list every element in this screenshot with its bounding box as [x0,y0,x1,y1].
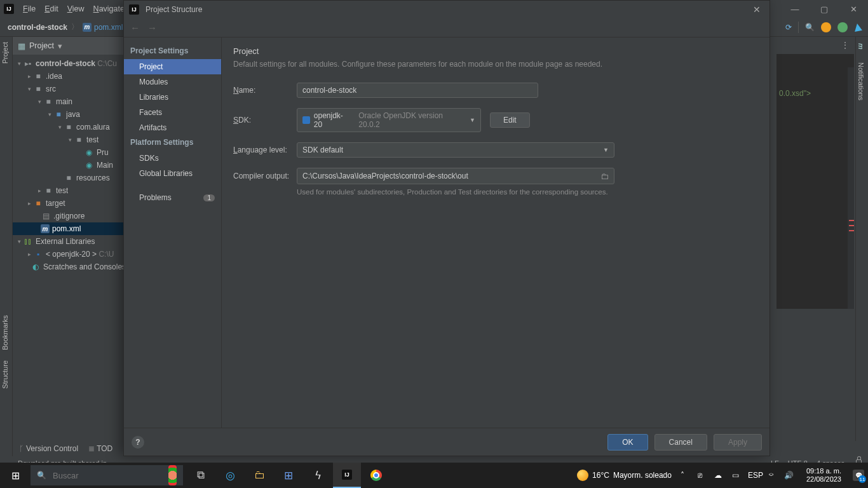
git-update-icon[interactable]: ⟳ [785,23,792,32]
action-center-icon[interactable]: 💬 [853,470,864,481]
sdk-edit-button[interactable]: Edit [490,112,530,128]
tree-scratches[interactable]: Scratches and Consoles [43,262,126,271]
tray-volume-icon[interactable]: 🔊 [783,471,795,480]
taskbar-chrome-icon[interactable] [362,463,390,488]
breadcrumb-file[interactable]: mpom.xml [83,23,123,32]
language-level-dropdown[interactable]: SDK default ▼ [297,142,614,158]
search-icon[interactable]: 🔍 [805,23,815,32]
toolwindow-bookmarks-tab[interactable]: Bookmarks [0,310,10,355]
weather-temp: 16°C [592,471,609,480]
tray-meet-icon[interactable]: ⎚ [695,471,706,480]
window-maximize-icon[interactable]: ▢ [810,0,839,18]
tree-class-pru[interactable]: Pru [97,148,109,157]
taskbar-app-icon[interactable]: ϟ [304,463,332,488]
sidebar-item-project[interactable]: Project [124,59,221,74]
sidebar-item-facets[interactable]: Facets [124,105,221,120]
dialog-titlebar[interactable]: IJ Project Structure ✕ [124,1,770,18]
toolwindow-notifications-tab[interactable]: Notifications [856,56,866,107]
sidebar-item-sdks[interactable]: SDKs [124,151,221,166]
tree-target[interactable]: target [46,199,65,208]
tree-gitignore[interactable]: .gitignore [53,212,85,220]
menu-view[interactable]: View [67,4,85,13]
toolwindow-todo-tab[interactable]: ≣ TOD [88,444,112,453]
tree-idea[interactable]: .idea [46,72,62,81]
editor-scrollbar[interactable] [848,67,854,309]
editor-tabs-strip: ⋮ [776,37,854,55]
ide-services-icon[interactable] [821,22,831,32]
tray-wifi-icon[interactable]: ⌔ [766,471,777,480]
nav-forward-icon[interactable]: → [147,22,157,33]
project-structure-dialog: IJ Project Structure ✕ ← → Project Setti… [123,0,770,456]
cancel-button[interactable]: Cancel [654,434,707,451]
run-target-icon[interactable] [853,23,862,32]
start-button[interactable]: ⊞ [0,463,31,488]
sidebar-item-global-libraries[interactable]: Global Libraries [124,166,221,181]
system-tray: ˄ ⎚ ☁ ▭ ESP ⌔ 🔊 09:18 a. m. 22/08/2023 💬 [677,467,868,483]
project-name-input[interactable] [297,83,538,98]
tray-onedrive-icon[interactable]: ☁ [712,471,724,480]
weather-text: Mayorm. soleado [613,471,672,480]
code-with-me-icon[interactable] [837,22,848,32]
tray-lang-icon[interactable]: ESP [748,471,759,480]
editor-area[interactable]: 0.0.xsd"> [776,55,854,309]
dialog-footer: ? OK Cancel Apply [124,428,770,456]
menu-edit[interactable]: Edit [44,4,58,13]
sidebar-item-artifacts[interactable]: Artifacts [124,120,221,135]
left-tool-stripe: Project Bookmarks Structure [0,37,13,456]
chevron-down-icon: ▼ [603,147,609,153]
taskbar-store-icon[interactable]: ⊞ [275,463,302,488]
project-view-icon: ▦ [18,41,25,51]
task-view-icon[interactable]: ⧉ [187,463,215,488]
ok-button[interactable]: OK [607,434,648,451]
tree-main[interactable]: main [56,97,72,106]
taskbar-weather[interactable]: 16°C Mayorm. soleado [577,470,677,481]
tree-root[interactable]: control-de-stock [36,59,95,68]
nav-back-icon[interactable]: ← [130,22,140,33]
tree-class-main[interactable]: Main [97,161,113,170]
taskbar-intellij-icon[interactable]: IJ [333,463,361,488]
menu-navigate[interactable]: Navigate [93,4,125,13]
tray-chevron-icon[interactable]: ˄ [677,471,688,480]
taskbar-search-input[interactable] [53,471,159,480]
editor-actions-icon[interactable]: ⋮ [836,37,854,53]
tree-srctest[interactable]: test [56,186,68,195]
dialog-close-icon[interactable]: ✕ [749,4,764,15]
chevron-down-icon: ▼ [470,117,475,123]
toolwindow-structure-tab[interactable]: Structure [0,355,10,394]
tree-extlib[interactable]: External Libraries [36,237,95,246]
toolwindow-vcs-tab[interactable]: ᚴVersion Control [19,444,78,453]
sidebar-item-libraries[interactable]: Libraries [124,90,221,105]
tree-resources[interactable]: resources [76,173,110,182]
breadcrumb[interactable]: control-de-stock 〉 mpom.xml [0,22,123,32]
sdk-version: Oracle OpenJDK version 20.0.2 [358,111,465,129]
window-minimize-icon[interactable]: ― [780,0,810,18]
menu-file[interactable]: File [23,4,36,13]
tree-src[interactable]: src [46,85,56,93]
apply-button[interactable]: Apply [714,434,762,451]
sdk-name: openjdk-20 [314,111,351,129]
tree-jdk[interactable]: < openjdk-20 > [46,250,97,259]
toolwindow-project-tab[interactable]: Project [0,37,10,69]
tray-batt-icon[interactable]: ▭ [730,471,742,480]
taskbar-explorer-icon[interactable]: 🗀 [245,463,273,488]
tree-java[interactable]: java [66,110,80,119]
sidebar-item-problems[interactable]: Problems 1 [124,190,221,205]
window-close-icon[interactable]: ✕ [839,0,868,18]
taskbar-clock[interactable]: 09:18 a. m. 22/08/2023 [801,467,846,483]
sdk-dropdown[interactable]: openjdk-20Oracle OpenJDK version 20.0.2 … [297,108,481,132]
tree-testpkg[interactable]: test [86,135,98,144]
taskbar-edge-icon[interactable]: ◎ [216,463,244,488]
tree-pom[interactable]: pom.xml [52,224,81,233]
sidebar-item-modules[interactable]: Modules [124,74,221,90]
tree-pkg[interactable]: com.alura [76,123,110,132]
toolwindow-maven-tab[interactable]: m [856,37,866,56]
folder-browse-icon[interactable]: 🗀 [600,172,609,181]
dialog-title: Project Structure [146,5,202,14]
breadcrumb-project[interactable]: control-de-stock [8,23,67,32]
taskbar-search[interactable]: 🔍 [31,465,183,485]
chevron-down-icon[interactable]: ▾ [58,41,62,51]
problems-badge: 1 [203,194,215,201]
compiler-output-input[interactable]: C:\Cursos\Java\IdeaProjects\control-de-s… [297,168,614,184]
help-icon[interactable]: ? [132,436,144,449]
sidebar-header-platform-settings: Platform Settings [124,135,221,151]
